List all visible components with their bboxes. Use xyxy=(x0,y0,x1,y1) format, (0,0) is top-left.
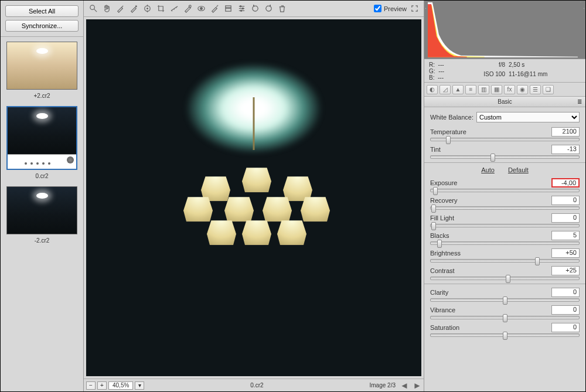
saturation-value[interactable]: 0 xyxy=(551,323,580,332)
thumbnail-label: +2.cr2 xyxy=(6,93,77,99)
blacks-value[interactable]: 5 xyxy=(551,231,580,240)
color-label-badge[interactable] xyxy=(67,156,74,163)
saturation-row: Saturation 0 xyxy=(430,323,580,337)
temperature-label: Temperature xyxy=(430,128,466,135)
zoom-dropdown-button[interactable]: ▾ xyxy=(135,381,144,390)
vibrance-label: Vibrance xyxy=(430,306,455,313)
crop-tool-icon[interactable] xyxy=(155,3,166,15)
wb-select[interactable]: Custom xyxy=(476,112,580,122)
wb-eyedropper-icon[interactable] xyxy=(114,3,126,15)
graduated-filter-icon[interactable] xyxy=(222,3,234,15)
zoom-tool-icon[interactable] xyxy=(87,3,99,15)
clarity-value[interactable]: 0 xyxy=(551,288,580,297)
iso-value: ISO 100 xyxy=(470,71,505,80)
tint-label: Tint xyxy=(430,146,441,153)
aperture-value: f/8 xyxy=(470,62,505,71)
fill-light-value[interactable]: 0 xyxy=(551,213,580,223)
exposure-slider[interactable] xyxy=(430,189,580,192)
vibrance-slider[interactable] xyxy=(430,316,580,319)
preview-checkbox[interactable]: Preview xyxy=(374,5,407,12)
temperature-value[interactable]: 2100 xyxy=(551,127,580,137)
g-value: --- xyxy=(438,68,444,74)
synchronize-button[interactable]: Synchronize... xyxy=(5,20,79,32)
clarity-slider[interactable] xyxy=(430,298,580,302)
filename-display: 0.cr2 xyxy=(149,382,364,388)
svg-line-1 xyxy=(94,9,97,12)
contrast-value[interactable]: +25 xyxy=(551,266,580,275)
exposure-value[interactable]: -4,00 xyxy=(551,178,580,188)
zoom-value[interactable]: 40,5% xyxy=(108,381,133,390)
preview-checkbox-input[interactable] xyxy=(374,5,381,12)
b-label: B: xyxy=(429,74,434,81)
shutter-value: 2,50 s xyxy=(509,62,581,71)
select-all-button[interactable]: Select All xyxy=(5,5,79,17)
svg-point-4 xyxy=(146,8,148,9)
lens-value: 11-16@11 mm xyxy=(509,71,581,80)
temperature-slider[interactable] xyxy=(430,138,580,141)
thumbnail-frame[interactable] xyxy=(6,106,77,170)
r-value: --- xyxy=(438,62,444,68)
vibrance-value[interactable]: 0 xyxy=(551,305,580,315)
fx-panel-icon[interactable]: fx xyxy=(504,85,515,94)
thumbnail-frame[interactable] xyxy=(6,186,77,234)
fullscreen-icon[interactable] xyxy=(408,3,420,15)
auto-link[interactable]: Auto xyxy=(481,166,495,173)
blacks-slider[interactable] xyxy=(430,241,580,245)
svg-point-9 xyxy=(200,8,202,10)
prefs-icon[interactable] xyxy=(236,3,247,15)
presets-panel-icon[interactable]: ☰ xyxy=(530,85,541,94)
zoom-out-button[interactable]: − xyxy=(86,381,96,390)
next-image-icon[interactable]: ► xyxy=(413,380,421,391)
contrast-slider[interactable] xyxy=(430,277,580,280)
color-sampler-icon[interactable] xyxy=(128,3,139,15)
brightness-slider[interactable] xyxy=(430,259,580,263)
thumbnail-item[interactable]: -2.cr2 xyxy=(6,186,77,244)
tint-slider[interactable] xyxy=(430,155,580,159)
thumbnail-item[interactable]: +2.cr2 xyxy=(6,42,77,99)
wb-label: White Balance: xyxy=(430,114,473,121)
panel-title: Basic ≣ xyxy=(424,97,585,107)
vibrance-row: Vibrance 0 xyxy=(430,305,580,319)
trash-icon[interactable] xyxy=(276,3,288,15)
main-image-preview[interactable] xyxy=(84,17,424,379)
camera-panel-icon[interactable]: ◉ xyxy=(517,85,528,94)
straighten-tool-icon[interactable] xyxy=(168,3,180,15)
histogram[interactable] xyxy=(424,1,585,59)
red-eye-tool-icon[interactable] xyxy=(195,3,207,15)
tone-curve-panel-icon[interactable]: ◿ xyxy=(440,85,451,94)
adjustment-brush-icon[interactable] xyxy=(209,3,220,15)
detail-panel-icon[interactable]: ▲ xyxy=(452,85,464,94)
recovery-label: Recovery xyxy=(430,197,457,204)
thumbnail-frame[interactable] xyxy=(6,42,77,90)
fill-light-slider[interactable] xyxy=(430,224,580,227)
rotate-ccw-icon[interactable] xyxy=(249,3,261,15)
saturation-slider[interactable] xyxy=(430,333,580,337)
recovery-row: Recovery 0 xyxy=(430,196,580,210)
rating-dots xyxy=(8,154,76,169)
snapshots-panel-icon[interactable]: ❏ xyxy=(543,85,554,94)
split-tone-panel-icon[interactable]: ▥ xyxy=(478,85,489,94)
contrast-row: Contrast +25 xyxy=(430,266,580,280)
default-link[interactable]: Default xyxy=(508,166,529,173)
svg-rect-19 xyxy=(426,2,584,57)
basic-panel-icon[interactable]: ◐ xyxy=(427,85,438,94)
spot-removal-icon[interactable] xyxy=(182,3,193,15)
zoom-in-button[interactable]: + xyxy=(97,381,107,390)
thumbnail-item[interactable]: 0.cr2 xyxy=(6,106,77,179)
panel-menu-icon[interactable]: ≣ xyxy=(577,98,582,105)
rotate-cw-icon[interactable] xyxy=(263,3,274,15)
recovery-slider[interactable] xyxy=(430,206,580,210)
exposure-row: Exposure -4,00 xyxy=(430,178,580,192)
brightness-label: Brightness xyxy=(430,250,461,257)
prev-image-icon[interactable]: ◄ xyxy=(400,380,408,391)
tint-value[interactable]: -13 xyxy=(551,145,580,154)
hand-tool-icon[interactable] xyxy=(101,3,113,15)
svg-point-0 xyxy=(90,5,94,10)
recovery-value[interactable]: 0 xyxy=(551,196,580,205)
hsl-panel-icon[interactable]: ≡ xyxy=(465,85,476,94)
brightness-value[interactable]: +50 xyxy=(551,248,580,258)
targeted-adjustment-icon[interactable] xyxy=(141,3,153,15)
lens-panel-icon[interactable]: ▦ xyxy=(491,85,502,94)
blacks-label: Blacks xyxy=(430,232,449,239)
fill-light-row: Fill Light 0 xyxy=(430,213,580,227)
